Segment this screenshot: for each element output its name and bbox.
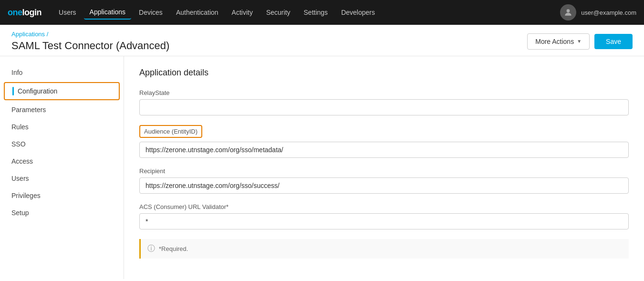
sidebar-item-configuration[interactable]: Configuration [4,82,120,100]
page-title: SAML Test Connector (Advanced) [11,40,169,52]
nav-item-devices[interactable]: Devices [133,6,168,19]
sidebar-item-parameters[interactable]: Parameters [0,101,124,118]
input-audience[interactable] [139,142,629,158]
nav-username: user@example.com [581,9,636,16]
input-acs-url[interactable] [139,213,629,229]
sidebar-item-users[interactable]: Users [0,170,124,187]
sidebar: Info Configuration Parameters Rules SSO … [0,56,124,279]
nav-right: user@example.com [560,4,636,21]
sidebar-item-access[interactable]: Access [0,153,124,170]
label-recipient: Recipient [139,167,629,175]
label-audience: Audience (EntityID) [139,125,202,138]
nav-item-settings[interactable]: Settings [298,6,334,19]
nav-items: Users Applications Devices Authenticatio… [53,5,556,20]
required-note: ⓘ *Required. [139,239,629,259]
chevron-down-icon: ▼ [577,39,582,44]
page-header: Applications / SAML Test Connector (Adva… [0,25,644,56]
more-actions-label: More Actions [535,38,574,45]
breadcrumb-separator: / [47,31,49,38]
breadcrumb[interactable]: Applications / [11,31,169,38]
svg-point-0 [567,9,570,12]
nav-item-users[interactable]: Users [53,6,82,19]
input-recipient[interactable] [139,177,629,194]
sidebar-item-rules[interactable]: Rules [0,118,124,135]
nav-item-activity[interactable]: Activity [226,6,259,19]
save-button[interactable]: Save [594,34,633,49]
required-note-text: *Required. [159,245,188,252]
field-audience: Audience (EntityID) [139,125,629,158]
nav-item-developers[interactable]: Developers [335,6,381,19]
top-nav: onelogin Users Applications Devices Auth… [0,0,644,25]
label-acs-url: ACS (Consumer) URL Validator* [139,203,629,210]
section-title: Application details [139,68,629,78]
nav-item-applications[interactable]: Applications [84,5,132,20]
main-layout: Info Configuration Parameters Rules SSO … [0,56,644,279]
breadcrumb-parent[interactable]: Applications [11,31,45,38]
content-area: Application details RelayState Audience … [124,56,644,279]
nav-item-security[interactable]: Security [260,6,296,19]
sidebar-item-sso[interactable]: SSO [0,135,124,153]
sidebar-item-setup[interactable]: Setup [0,204,124,221]
avatar[interactable] [560,4,576,21]
sidebar-item-privileges[interactable]: Privileges [0,187,124,204]
input-relaystate[interactable] [139,99,629,115]
sidebar-item-info[interactable]: Info [0,64,124,81]
more-actions-button[interactable]: More Actions ▼ [527,33,590,50]
field-recipient: Recipient [139,167,629,194]
label-relaystate: RelayState [139,89,629,96]
field-acs-url: ACS (Consumer) URL Validator* [139,203,629,229]
info-icon: ⓘ [147,244,155,254]
logo[interactable]: onelogin [8,8,42,18]
nav-item-authentication[interactable]: Authentication [170,6,224,19]
field-relaystate: RelayState [139,89,629,115]
header-left: Applications / SAML Test Connector (Adva… [11,31,169,52]
header-actions: More Actions ▼ Save [527,33,633,50]
